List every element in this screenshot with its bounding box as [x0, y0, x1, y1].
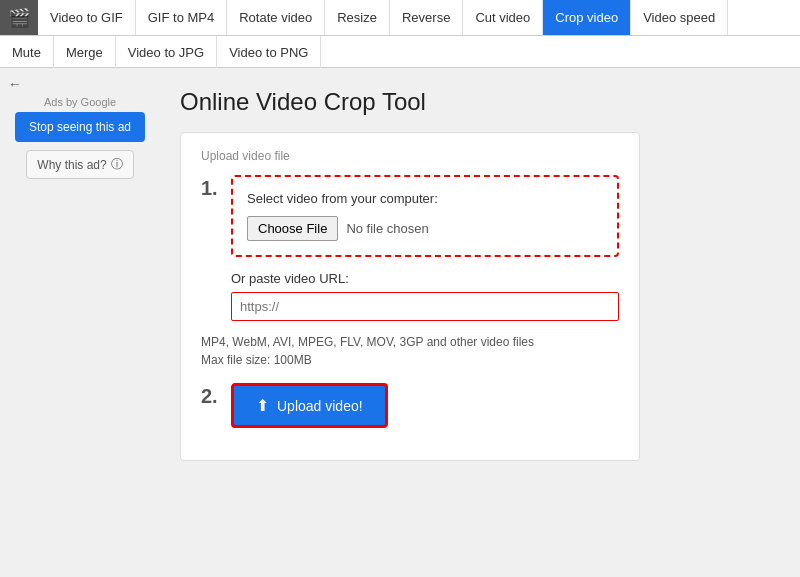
top-nav: 🎬 Video to GIF GIF to MP4 Rotate video R…: [0, 0, 800, 36]
url-input[interactable]: [231, 292, 619, 321]
step1-number: 1.: [201, 177, 221, 200]
info-icon: ⓘ: [111, 156, 123, 173]
sidebar: ← Ads by Google Stop seeing this ad Why …: [0, 68, 160, 577]
back-arrow[interactable]: ←: [8, 76, 22, 92]
tab-cut-video[interactable]: Cut video: [463, 0, 543, 35]
second-nav: Mute Merge Video to JPG Video to PNG: [0, 36, 800, 68]
file-select-label: Select video from your computer:: [247, 191, 603, 206]
choose-file-button[interactable]: Choose File: [247, 216, 338, 241]
tab-video-speed[interactable]: Video speed: [631, 0, 728, 35]
step1-container: 1. Select video from your computer: Choo…: [201, 175, 619, 321]
tab-rotate-video[interactable]: Rotate video: [227, 0, 325, 35]
no-file-text: No file chosen: [346, 221, 428, 236]
file-select-box: Select video from your computer: Choose …: [231, 175, 619, 257]
upload-section-label: Upload video file: [201, 149, 619, 163]
step2-number: 2.: [201, 385, 221, 408]
step1-content: Select video from your computer: Choose …: [231, 175, 619, 321]
upload-icon: ⬆: [256, 396, 269, 415]
app-logo: 🎬: [0, 0, 38, 35]
file-input-row: Choose File No file chosen: [247, 216, 603, 241]
file-info: MP4, WebM, AVI, MPEG, FLV, MOV, 3GP and …: [201, 333, 619, 369]
page-title: Online Video Crop Tool: [180, 88, 780, 116]
why-ad-button[interactable]: Why this ad? ⓘ: [26, 150, 133, 179]
content-panel: Online Video Crop Tool Upload video file…: [160, 68, 800, 577]
upload-btn-label: Upload video!: [277, 398, 363, 414]
tab-video-to-gif[interactable]: Video to GIF: [38, 0, 136, 35]
tab-crop-video[interactable]: Crop video: [543, 0, 631, 35]
tab-resize[interactable]: Resize: [325, 0, 390, 35]
upload-card: Upload video file 1. Select video from y…: [180, 132, 640, 461]
file-info-line2: Max file size: 100MB: [201, 353, 312, 367]
main-content: ← Ads by Google Stop seeing this ad Why …: [0, 68, 800, 577]
tab-merge[interactable]: Merge: [54, 36, 116, 68]
tab-gif-to-mp4[interactable]: GIF to MP4: [136, 0, 227, 35]
tab-reverse[interactable]: Reverse: [390, 0, 463, 35]
ads-label: Ads by Google: [44, 96, 116, 108]
upload-btn-row: ⬆ Upload video!: [231, 383, 388, 428]
upload-video-button[interactable]: ⬆ Upload video!: [231, 383, 388, 428]
url-label: Or paste video URL:: [231, 271, 619, 286]
stop-ad-button[interactable]: Stop seeing this ad: [15, 112, 145, 142]
why-ad-label: Why this ad?: [37, 158, 106, 172]
step2-container: 2. ⬆ Upload video!: [201, 383, 619, 428]
tab-video-to-jpg[interactable]: Video to JPG: [116, 36, 217, 68]
tab-mute[interactable]: Mute: [0, 36, 54, 68]
file-info-line1: MP4, WebM, AVI, MPEG, FLV, MOV, 3GP and …: [201, 335, 534, 349]
tab-video-to-png[interactable]: Video to PNG: [217, 36, 321, 68]
